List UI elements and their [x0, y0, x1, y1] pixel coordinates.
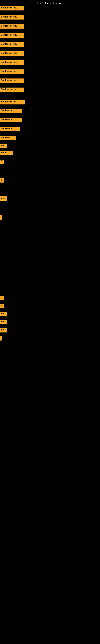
bottleneck-result-item[interactable]: Bottleneck res	[0, 100, 25, 104]
bottleneck-result-item[interactable]: Bottleneck resu	[0, 6, 24, 10]
bottleneck-result-item[interactable]: Bot	[0, 328, 7, 332]
bottleneck-result-item[interactable]: B	[0, 304, 3, 308]
bottleneck-result-item[interactable]: Bottleneck resu	[0, 78, 24, 83]
bottleneck-result-item[interactable]: B	[0, 178, 3, 182]
bottleneck-result-item[interactable]: Bot	[0, 196, 7, 201]
bottleneck-result-item[interactable]: Bottleneck resu	[0, 42, 24, 47]
bottleneck-result-item[interactable]: Bottleneck resu	[0, 60, 24, 65]
bottleneck-result-item[interactable]: Bottleneck resu	[0, 33, 24, 38]
bottleneck-result-item[interactable]: Bottle	[0, 151, 13, 155]
bottleneck-result-item[interactable]: B	[0, 160, 3, 164]
bottleneck-result-item[interactable]: Bottleneck resu	[0, 15, 24, 20]
bottleneck-result-item[interactable]: Bottleneck resu	[0, 88, 24, 92]
bottleneck-result-item[interactable]: Bot	[0, 320, 7, 324]
bottleneck-result-item[interactable]: |	[0, 336, 2, 340]
bottleneck-result-item[interactable]: Bottleneck r	[0, 118, 22, 122]
site-title: TheBottlenecker.com	[0, 2, 100, 5]
bottleneck-result-item[interactable]: |	[0, 215, 2, 220]
bottleneck-result-item[interactable]: Bo	[0, 144, 7, 148]
bottleneck-result-item[interactable]: Bottleneck r	[0, 109, 22, 113]
bottleneck-result-item[interactable]: B	[0, 296, 3, 300]
bottleneck-result-item[interactable]: Bot	[0, 312, 7, 316]
bottleneck-result-item[interactable]: Bottlene	[0, 136, 16, 140]
bottleneck-result-item[interactable]: Bottleneck r	[0, 127, 20, 131]
bottleneck-result-item[interactable]: Bottleneck resu	[0, 51, 24, 56]
bottleneck-result-item[interactable]: Bottleneck resu	[0, 24, 24, 28]
bottleneck-result-item[interactable]: Bottleneck resu	[0, 70, 24, 74]
